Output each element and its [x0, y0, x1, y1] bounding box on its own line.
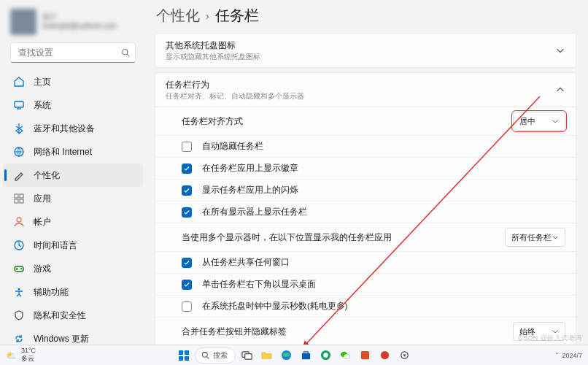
- row-flashing[interactable]: 显示任务栏应用上的闪烁: [155, 179, 576, 201]
- svg-point-9: [17, 218, 21, 222]
- row-alignment: 任务栏对齐方式 居中: [155, 107, 576, 135]
- start-button[interactable]: [175, 347, 193, 364]
- nav-label: Windows 更新: [34, 333, 89, 345]
- svg-rect-16: [185, 350, 189, 355]
- section-behavior-header[interactable]: 任务栏行为 任务栏对齐、标记、自动隐藏和多个显示器: [155, 73, 576, 107]
- browser-icon[interactable]: [317, 347, 334, 364]
- profile-block[interactable]: 用户 example@outlook.com: [3, 6, 143, 42]
- chevron-down-icon: [552, 118, 559, 125]
- nav-label: 应用: [34, 193, 51, 205]
- section-tray-header[interactable]: 其他系统托盘图标 显示或隐藏其他系统托盘图标: [155, 34, 576, 67]
- taskbar-search[interactable]: 搜索: [195, 347, 236, 364]
- store-icon[interactable]: [297, 347, 314, 364]
- apps-icon: [13, 193, 25, 204]
- search-icon: [201, 351, 209, 359]
- svg-rect-18: [185, 356, 189, 361]
- checkbox-alldisplays[interactable]: [182, 207, 192, 218]
- svg-line-1: [127, 54, 129, 56]
- home-icon: [13, 76, 25, 88]
- checkbox-badges[interactable]: [182, 164, 192, 174]
- row-alldisplays[interactable]: 在所有显示器上显示任务栏: [155, 201, 576, 223]
- nav-item-home[interactable]: 主页: [3, 70, 143, 93]
- avatar: [10, 9, 36, 35]
- row-sharewindow[interactable]: 从任务栏共享任何窗口: [155, 251, 576, 273]
- nav-label: 游戏: [34, 263, 51, 275]
- checkbox-trayseconds[interactable]: [182, 301, 192, 312]
- svg-point-19: [202, 352, 207, 357]
- svg-point-26: [323, 353, 328, 358]
- svg-rect-30: [380, 351, 388, 359]
- nav-item-privacy[interactable]: 隐私和安全性: [3, 304, 143, 327]
- nav-item-bluetooth[interactable]: 蓝牙和其他设备: [3, 117, 143, 140]
- nav-item-network[interactable]: 网络和 Internet: [3, 140, 143, 164]
- search-icon: [121, 48, 130, 57]
- nav-item-personalize[interactable]: 个性化: [3, 164, 143, 187]
- settings-sidebar: 用户 example@outlook.com 主页系统蓝牙和其他设备网络和 In…: [0, 0, 146, 345]
- nav-label: 时间和语言: [34, 239, 77, 252]
- svg-rect-2: [15, 101, 23, 107]
- nav-label: 帐户: [34, 216, 51, 228]
- nav-item-access[interactable]: 辅助功能: [3, 280, 143, 304]
- nav-label: 个性化: [34, 169, 60, 182]
- svg-line-20: [207, 357, 209, 359]
- checkbox-flashing[interactable]: [182, 185, 192, 196]
- weather-icon: ⛅: [6, 350, 17, 361]
- multidisplay-select[interactable]: 所有任务栏: [505, 228, 565, 247]
- taskbar-weather[interactable]: ⛅ 31°C 多云: [0, 347, 36, 364]
- nav-item-apps[interactable]: 应用: [3, 187, 143, 210]
- chevron-down-icon: [555, 45, 565, 55]
- svg-rect-24: [301, 353, 309, 359]
- nav-label: 主页: [34, 76, 51, 88]
- search-input[interactable]: [10, 42, 136, 63]
- bluetooth-icon: [13, 123, 25, 134]
- checkbox-clickcorner[interactable]: [182, 280, 192, 290]
- nav-label: 网络和 Internet: [34, 146, 92, 158]
- checkbox-autohide[interactable]: [182, 142, 192, 152]
- chevron-up-icon: [555, 85, 565, 95]
- chevron-right-icon: ›: [206, 10, 209, 22]
- gaming-icon: [13, 263, 25, 274]
- svg-point-12: [20, 268, 22, 269]
- nav-list: 主页系统蓝牙和其他设备网络和 Internet个性化应用帐户时间和语言游戏辅助功…: [3, 70, 143, 350]
- taskbar-right[interactable]: ˄ 2024/7: [555, 352, 582, 359]
- row-badges[interactable]: 在任务栏应用上显示徽章: [155, 157, 576, 179]
- nav-item-time[interactable]: 时间和语言: [3, 234, 143, 257]
- personalize-icon: [13, 169, 25, 181]
- app-icon-2[interactable]: [376, 347, 393, 364]
- svg-rect-7: [15, 199, 18, 203]
- section-tray: 其他系统托盘图标 显示或隐藏其他系统托盘图标: [155, 33, 576, 68]
- row-autohide[interactable]: 自动隐藏任务栏: [155, 135, 576, 157]
- row-clickcorner[interactable]: 单击任务栏右下角以显示桌面: [155, 273, 576, 295]
- svg-point-13: [18, 288, 20, 291]
- nav-label: 隐私和安全性: [34, 310, 86, 322]
- nav-item-gaming[interactable]: 游戏: [3, 257, 143, 280]
- tray-arrow-icon[interactable]: ˄: [555, 352, 559, 359]
- taskview-icon[interactable]: [238, 347, 255, 364]
- row-trayseconds[interactable]: 在系统托盘时钟中显示秒数(耗电更多): [155, 295, 576, 317]
- settings-icon[interactable]: [395, 347, 413, 364]
- section-behavior: 任务栏行为 任务栏对齐、标记、自动隐藏和多个显示器 任务栏对齐方式 居中 自动隐…: [155, 72, 576, 345]
- nav-item-account[interactable]: 帐户: [3, 210, 143, 234]
- svg-point-32: [403, 354, 406, 356]
- svg-rect-15: [179, 350, 183, 355]
- svg-point-0: [123, 50, 128, 55]
- alignment-select[interactable]: 居中: [513, 112, 565, 131]
- svg-rect-5: [15, 194, 18, 198]
- svg-rect-29: [360, 351, 368, 359]
- search-wrap: [10, 42, 136, 63]
- edge-icon[interactable]: [277, 347, 295, 364]
- svg-rect-8: [20, 199, 23, 203]
- checkbox-sharewindow[interactable]: [182, 258, 192, 268]
- watermark: CSDN @嵌入式老冯: [518, 334, 582, 343]
- explorer-icon[interactable]: [258, 347, 275, 364]
- time-icon: [13, 239, 25, 251]
- nav-item-system[interactable]: 系统: [3, 93, 143, 117]
- taskbar: ⛅ 31°C 多云 搜索 ˄ 2024/7: [0, 345, 588, 365]
- breadcrumb-parent[interactable]: 个性化: [156, 6, 200, 26]
- chevron-down-icon: [552, 234, 559, 241]
- update-icon: [13, 333, 25, 345]
- svg-rect-17: [179, 356, 183, 361]
- wechat-icon[interactable]: [336, 347, 354, 364]
- app-icon-1[interactable]: [356, 347, 374, 364]
- svg-point-28: [344, 354, 349, 359]
